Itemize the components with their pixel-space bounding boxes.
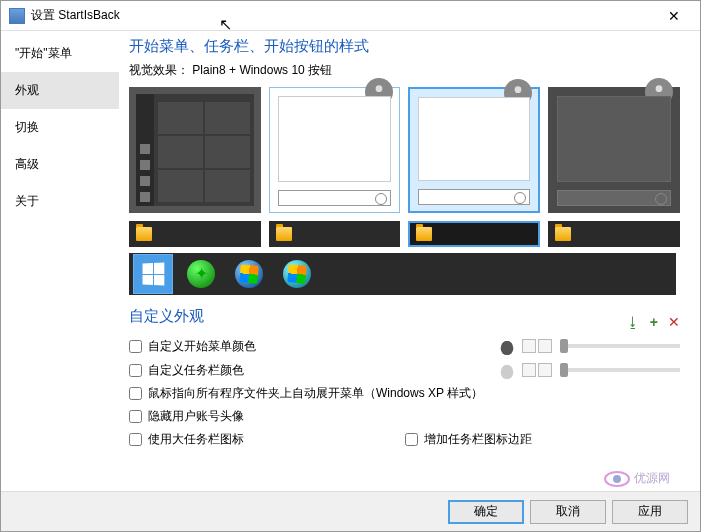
opacity-slider[interactable] bbox=[560, 368, 680, 372]
svg-point-0 bbox=[376, 85, 383, 92]
drop-icon[interactable] bbox=[500, 361, 514, 379]
taskbar-style-1[interactable] bbox=[129, 221, 261, 247]
menu-style-3[interactable] bbox=[408, 87, 540, 213]
folder-icon bbox=[136, 227, 152, 241]
svg-point-1 bbox=[515, 86, 522, 93]
content-pane: 开始菜单、任务栏、开始按钮的样式 视觉效果： Plain8 + Windows … bbox=[119, 31, 700, 491]
orb-win7-alt[interactable] bbox=[277, 254, 317, 294]
window-title: 设置 StartIsBack bbox=[31, 7, 656, 24]
chk-auto-expand[interactable] bbox=[129, 387, 142, 400]
taskbar-style-4[interactable] bbox=[548, 221, 680, 247]
close-icon[interactable]: ✕ bbox=[656, 8, 692, 24]
style-actions: ⭳ + ✕ bbox=[626, 314, 680, 330]
custom-options: 自定义开始菜单颜色 自定义任务栏颜色 bbox=[129, 334, 680, 451]
remove-icon[interactable]: ✕ bbox=[668, 314, 680, 330]
section-heading: 开始菜单、任务栏、开始按钮的样式 bbox=[129, 37, 680, 56]
win7-orb-icon bbox=[235, 260, 263, 288]
folder-icon bbox=[416, 227, 432, 241]
orb-clover[interactable] bbox=[181, 254, 221, 294]
menu-style-4[interactable] bbox=[548, 87, 680, 213]
menu-style-2[interactable] bbox=[269, 87, 401, 213]
folder-icon bbox=[555, 227, 571, 241]
taskbar-style-3[interactable] bbox=[408, 221, 540, 247]
color-swatch[interactable] bbox=[538, 339, 552, 353]
win7-orb-icon bbox=[283, 260, 311, 288]
sidebar: "开始"菜单 外观 切换 高级 关于 bbox=[1, 31, 119, 491]
drop-icon[interactable] bbox=[500, 337, 514, 355]
folder-icon bbox=[276, 227, 292, 241]
ok-button[interactable]: 确定 bbox=[448, 500, 524, 524]
color-swatch[interactable] bbox=[522, 363, 536, 377]
download-icon[interactable]: ⭳ bbox=[626, 314, 640, 330]
windows-logo-icon bbox=[143, 263, 165, 286]
chk-taskbar-color-label: 自定义任务栏颜色 bbox=[148, 362, 244, 379]
chk-taskbar-color[interactable] bbox=[129, 364, 142, 377]
color-swatch[interactable] bbox=[522, 339, 536, 353]
taskbar-previews bbox=[129, 221, 680, 247]
footer: 确定 取消 应用 bbox=[1, 491, 700, 531]
chk-hide-avatar[interactable] bbox=[129, 410, 142, 423]
orb-win7[interactable] bbox=[229, 254, 269, 294]
menu-style-1[interactable] bbox=[129, 87, 261, 213]
app-icon bbox=[9, 8, 25, 24]
sidebar-item-advanced[interactable]: 高级 bbox=[1, 146, 119, 183]
sidebar-item-start-menu[interactable]: "开始"菜单 bbox=[1, 35, 119, 72]
opacity-slider[interactable] bbox=[560, 344, 680, 348]
sidebar-item-about[interactable]: 关于 bbox=[1, 183, 119, 220]
orb-previews bbox=[129, 253, 676, 295]
cancel-button[interactable]: 取消 bbox=[530, 500, 606, 524]
orb-win10[interactable] bbox=[133, 254, 173, 294]
chk-large-icons-label: 使用大任务栏图标 bbox=[148, 431, 244, 448]
sidebar-item-switching[interactable]: 切换 bbox=[1, 109, 119, 146]
svg-point-2 bbox=[656, 85, 663, 92]
clover-icon bbox=[187, 260, 215, 288]
chk-menu-color-label: 自定义开始菜单颜色 bbox=[148, 338, 256, 355]
apply-button[interactable]: 应用 bbox=[612, 500, 688, 524]
chk-large-icons[interactable] bbox=[129, 433, 142, 446]
chk-icon-spacing[interactable] bbox=[405, 433, 418, 446]
chk-hide-avatar-label: 隐藏用户账号头像 bbox=[148, 408, 244, 425]
visual-effect-value: Plain8 + Windows 10 按钮 bbox=[192, 63, 332, 77]
chk-auto-expand-label: 鼠标指向所有程序文件夹上自动展开菜单（Windows XP 样式） bbox=[148, 385, 483, 402]
taskbar-style-2[interactable] bbox=[269, 221, 401, 247]
chk-menu-color[interactable] bbox=[129, 340, 142, 353]
titlebar: 设置 StartIsBack ✕ bbox=[1, 1, 700, 31]
add-icon[interactable]: + bbox=[650, 314, 658, 330]
style-previews bbox=[129, 87, 680, 213]
chk-icon-spacing-label: 增加任务栏图标边距 bbox=[424, 431, 532, 448]
sidebar-item-appearance[interactable]: 外观 bbox=[1, 72, 119, 109]
custom-heading: 自定义外观 bbox=[129, 307, 680, 326]
visual-effect-label: 视觉效果： Plain8 + Windows 10 按钮 bbox=[129, 62, 680, 79]
color-swatch[interactable] bbox=[538, 363, 552, 377]
